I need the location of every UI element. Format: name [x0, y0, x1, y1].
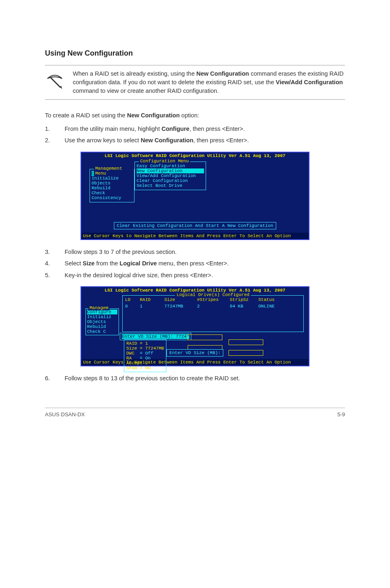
terminal1-footer: Use Cursor Keys to Navigate Between Item… [81, 233, 309, 239]
step5-text: Key-in the desired logical drive size, t… [65, 272, 213, 278]
management-menu-box: Management Menu Configure Initialize Obj… [90, 169, 134, 202]
mgmt-initialize: Initialize [92, 176, 132, 181]
step-6: Follow steps 8 to 13 of the previous sec… [45, 374, 345, 383]
cfg-new: New Configuration [137, 168, 204, 173]
step-4: Select Size from the Logical Drive menu,… [45, 259, 345, 268]
step6-text: Follow steps 8 to 13 of the previous sec… [65, 375, 240, 382]
footer-left: ASUS DSAN-DX [45, 411, 85, 417]
prop-span: SPAN = NO [126, 366, 164, 370]
step1-post: , then press <Enter>. [189, 126, 244, 132]
left-objects: Objects [87, 319, 117, 324]
step2-bold: New Configuration [141, 137, 193, 144]
logical-data-row: 0 1 77247MB 2 64 KB ONLINE [123, 303, 303, 310]
footer-right: 5-9 [337, 411, 345, 417]
rect-4 [229, 350, 263, 356]
step2-post: , then press <Enter>. [193, 137, 249, 144]
cfg-boot: Select Boot Drive [137, 183, 204, 188]
cfg-easy: Easy Configuration [137, 164, 204, 168]
intro-pre: To create a RAID set using the [45, 112, 127, 119]
terminal2-bottom-msg: Enter VD Size (MB): [166, 349, 223, 357]
prop-size: Size = 77247MB [126, 346, 164, 351]
terminal-screenshot-2: LSI Logic Software RAID Configuration Ut… [81, 286, 309, 366]
prop-ra: RA = On [126, 356, 164, 361]
hdr-stripes: #Stripes [197, 297, 230, 302]
step4-post: from the [94, 260, 119, 267]
step4-pre: Select [65, 260, 83, 267]
mgmt-rebuild: Rebuild [92, 186, 132, 191]
cfg-clear: Clear Configuration [137, 178, 204, 183]
steps-list-1: From the utility main menu, highlight Co… [45, 124, 345, 145]
step3-text: Follow steps 3 to 7 of the previous sect… [65, 249, 177, 255]
intro-text: To create a RAID set using the New Confi… [45, 111, 345, 120]
note-block: When a RAID set is already existing, usi… [45, 65, 345, 100]
step-5: Key-in the desired logical drive size, t… [45, 271, 345, 280]
terminal2-body: Logical Drive(s) Configured LD RAID Size… [81, 294, 309, 359]
steps-list-3: Follow steps 8 to 13 of the previous sec… [45, 374, 345, 383]
hdr-size: Size [164, 297, 197, 302]
val-status: ONLINE [258, 304, 287, 309]
step2-pre: Use the arrow keys to select [65, 137, 141, 144]
hdr-stripsz: StripSz [230, 297, 258, 302]
note-part-4: command to view or create another RAID c… [73, 88, 219, 94]
logical-head-row: LD RAID Size #Stripes StripSz Status [123, 296, 303, 303]
left-rebuild: Rebuild [87, 324, 117, 329]
configuration-menu-box: Configuration Menu Easy Configuration Ne… [134, 162, 206, 190]
left-mgmt-title: Managem [88, 305, 110, 310]
hdr-raid: RAID [140, 297, 164, 302]
pencil-note-icon [45, 70, 65, 89]
step-3: Follow steps 3 to 7 of the previous sect… [45, 247, 345, 256]
val-stripes: 2 [197, 304, 230, 309]
hdr-ld: LD [125, 297, 140, 302]
rect-1 [188, 334, 222, 340]
val-raid: 1 [140, 304, 164, 309]
management-menu-title: Management Menu [94, 166, 134, 176]
configuration-menu-title: Configuration Menu [139, 159, 190, 164]
note-bold-3: View/Add Configuration [276, 79, 343, 85]
note-text: When a RAID set is already existing, usi… [73, 70, 345, 95]
intro-suf: option: [180, 112, 199, 119]
left-check: Check C [87, 329, 117, 334]
step1-bold: Configure [161, 126, 189, 132]
terminal1-body: Management Menu Configure Initialize Obj… [81, 159, 309, 233]
rect-2 [229, 339, 263, 345]
logical-drives-box: Logical Drive(s) Configured LD RAID Size… [122, 295, 304, 332]
val-ld: 0 [125, 304, 140, 309]
note-part-0: When a RAID set is already existing, usi… [73, 70, 196, 77]
note-bold-1: New Configuration [196, 70, 249, 77]
val-size: 77247MB [164, 304, 197, 309]
terminal1-title: LSI Logic Software RAID Configuration Ut… [81, 153, 309, 159]
steps-list-2: Follow steps 3 to 7 of the previous sect… [45, 247, 345, 280]
terminal1-bottom-msg: Clear Existing Configuration And Start A… [114, 222, 276, 229]
step-2: Use the arrow keys to select New Configu… [45, 136, 345, 145]
step1-pre: From the utility main menu, highlight [65, 126, 161, 132]
logical-drives-title: Logical Drive(s) Configured [175, 292, 251, 297]
prop-accept: Accept [126, 361, 164, 366]
mgmt-check: Check Consistency [92, 191, 132, 200]
step4-post2: menu, then press <Enter>. [157, 260, 229, 267]
step-1: From the utility main menu, highlight Co… [45, 124, 345, 133]
hdr-status: Status [258, 297, 287, 302]
props-box: RAID = 1 Size = 77247MB DWC = Off RA = O… [124, 339, 166, 372]
prop-raid: RAID = 1 [126, 341, 164, 346]
step4-bold: Size [83, 260, 94, 267]
cfg-viewadd: View/Add Configuration [137, 173, 204, 178]
left-mgmt-box: Managem Configure Initializ Objects Rebu… [85, 308, 119, 335]
prop-dwc: DWC = Off [126, 351, 164, 356]
terminal-screenshot-1: LSI Logic Software RAID Configuration Ut… [81, 152, 309, 240]
left-initialize: Initializ [87, 314, 117, 319]
step4-bold2: Logical Drive [120, 260, 157, 267]
mgmt-objects: Objects [92, 181, 132, 186]
vd-size-label: Enter VD Size (MB): [122, 334, 176, 339]
val-stripsz: 64 KB [230, 304, 258, 309]
terminal2-footer: Use Cursor Keys To Navigate Between Item… [81, 359, 309, 366]
page-heading: Using New Configuration [45, 49, 345, 58]
page-footer: ASUS DSAN-DX 5-9 [45, 408, 345, 417]
intro-bold: New Configuration [127, 112, 180, 119]
